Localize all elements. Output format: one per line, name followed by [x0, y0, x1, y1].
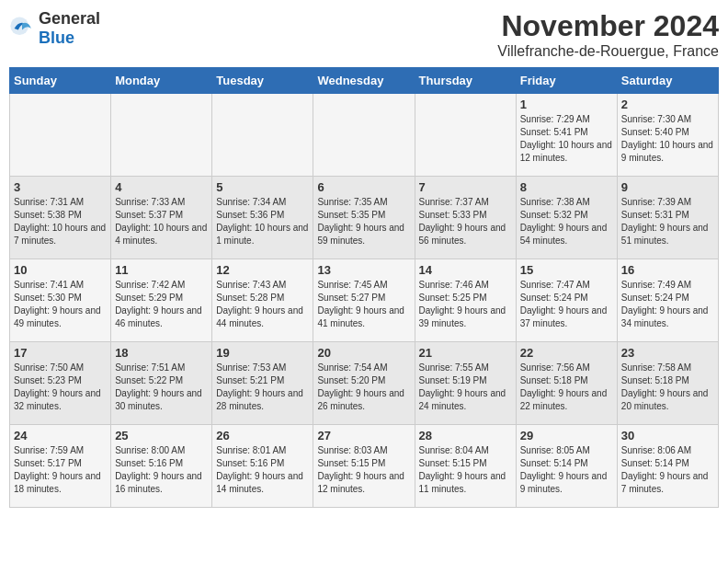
calendar-cell: 13Sunrise: 7:45 AM Sunset: 5:27 PM Dayli… — [313, 259, 415, 342]
day-number: 14 — [419, 263, 512, 277]
logo-blue: Blue — [39, 29, 74, 47]
logo: General Blue — [9, 9, 100, 48]
calendar-cell: 19Sunrise: 7:53 AM Sunset: 5:21 PM Dayli… — [212, 342, 313, 425]
day-number: 10 — [14, 263, 107, 277]
day-info: Sunrise: 7:39 AM Sunset: 5:31 PM Dayligh… — [621, 196, 714, 247]
day-info: Sunrise: 7:55 AM Sunset: 5:19 PM Dayligh… — [419, 362, 512, 413]
calendar-cell: 27Sunrise: 8:03 AM Sunset: 5:15 PM Dayli… — [313, 425, 415, 508]
calendar-cell: 8Sunrise: 7:38 AM Sunset: 5:32 PM Daylig… — [516, 177, 617, 259]
day-number: 8 — [520, 180, 613, 194]
calendar-cell: 21Sunrise: 7:55 AM Sunset: 5:19 PM Dayli… — [415, 342, 516, 425]
header-monday: Monday — [111, 68, 212, 94]
day-number: 22 — [520, 346, 613, 360]
day-number: 3 — [14, 180, 107, 194]
calendar-cell — [415, 94, 516, 177]
day-number: 11 — [115, 263, 208, 277]
day-number: 6 — [317, 180, 410, 194]
day-info: Sunrise: 8:01 AM Sunset: 5:16 PM Dayligh… — [216, 444, 309, 496]
week-row-4: 24Sunrise: 7:59 AM Sunset: 5:17 PM Dayli… — [10, 425, 719, 508]
day-number: 9 — [621, 180, 714, 194]
day-number: 27 — [317, 429, 410, 442]
day-info: Sunrise: 7:43 AM Sunset: 5:28 PM Dayligh… — [216, 279, 309, 330]
day-number: 13 — [317, 263, 410, 277]
day-info: Sunrise: 7:38 AM Sunset: 5:32 PM Dayligh… — [520, 196, 613, 247]
calendar-header-row: SundayMondayTuesdayWednesdayThursdayFrid… — [10, 68, 719, 94]
header-tuesday: Tuesday — [212, 68, 313, 94]
day-number: 2 — [621, 98, 714, 111]
day-info: Sunrise: 7:37 AM Sunset: 5:33 PM Dayligh… — [419, 196, 512, 247]
day-info: Sunrise: 7:33 AM Sunset: 5:37 PM Dayligh… — [115, 196, 208, 247]
day-info: Sunrise: 7:42 AM Sunset: 5:29 PM Dayligh… — [115, 279, 208, 330]
week-row-0: 1Sunrise: 7:29 AM Sunset: 5:41 PM Daylig… — [10, 94, 719, 177]
calendar-cell: 22Sunrise: 7:56 AM Sunset: 5:18 PM Dayli… — [516, 342, 617, 425]
header-sunday: Sunday — [10, 68, 111, 94]
day-info: Sunrise: 7:54 AM Sunset: 5:20 PM Dayligh… — [317, 362, 410, 413]
day-info: Sunrise: 7:34 AM Sunset: 5:36 PM Dayligh… — [216, 196, 309, 247]
main-title: November 2024 — [497, 9, 719, 43]
calendar-cell: 18Sunrise: 7:51 AM Sunset: 5:22 PM Dayli… — [111, 342, 212, 425]
logo-text: General Blue — [39, 9, 100, 48]
day-number: 18 — [115, 346, 208, 360]
calendar-cell: 23Sunrise: 7:58 AM Sunset: 5:18 PM Dayli… — [617, 342, 718, 425]
day-info: Sunrise: 7:29 AM Sunset: 5:41 PM Dayligh… — [520, 113, 613, 165]
title-area: November 2024 Villefranche-de-Rouergue, … — [497, 9, 719, 60]
calendar-cell — [10, 94, 111, 177]
calendar-cell: 10Sunrise: 7:41 AM Sunset: 5:30 PM Dayli… — [10, 259, 111, 342]
day-info: Sunrise: 7:45 AM Sunset: 5:27 PM Dayligh… — [317, 279, 410, 330]
logo-general: General — [39, 9, 100, 28]
header-thursday: Thursday — [415, 68, 516, 94]
day-number: 19 — [216, 346, 309, 360]
calendar-cell: 25Sunrise: 8:00 AM Sunset: 5:16 PM Dayli… — [111, 425, 212, 508]
day-info: Sunrise: 7:49 AM Sunset: 5:24 PM Dayligh… — [621, 279, 714, 330]
day-number: 30 — [621, 429, 714, 442]
day-info: Sunrise: 7:35 AM Sunset: 5:35 PM Dayligh… — [317, 196, 410, 247]
calendar-cell: 17Sunrise: 7:50 AM Sunset: 5:23 PM Dayli… — [10, 342, 111, 425]
calendar-cell: 24Sunrise: 7:59 AM Sunset: 5:17 PM Dayli… — [10, 425, 111, 508]
day-info: Sunrise: 8:05 AM Sunset: 5:14 PM Dayligh… — [520, 444, 613, 496]
header-wednesday: Wednesday — [313, 68, 415, 94]
calendar-cell: 6Sunrise: 7:35 AM Sunset: 5:35 PM Daylig… — [313, 177, 415, 259]
week-row-1: 3Sunrise: 7:31 AM Sunset: 5:38 PM Daylig… — [10, 177, 719, 259]
day-info: Sunrise: 7:50 AM Sunset: 5:23 PM Dayligh… — [14, 362, 107, 413]
day-info: Sunrise: 7:56 AM Sunset: 5:18 PM Dayligh… — [520, 362, 613, 413]
calendar-cell: 16Sunrise: 7:49 AM Sunset: 5:24 PM Dayli… — [617, 259, 718, 342]
day-info: Sunrise: 8:03 AM Sunset: 5:15 PM Dayligh… — [317, 444, 410, 496]
day-number: 7 — [419, 180, 512, 194]
day-number: 12 — [216, 263, 309, 277]
calendar-cell: 14Sunrise: 7:46 AM Sunset: 5:25 PM Dayli… — [415, 259, 516, 342]
calendar-cell: 1Sunrise: 7:29 AM Sunset: 5:41 PM Daylig… — [516, 94, 617, 177]
calendar-cell: 29Sunrise: 8:05 AM Sunset: 5:14 PM Dayli… — [516, 425, 617, 508]
week-row-2: 10Sunrise: 7:41 AM Sunset: 5:30 PM Dayli… — [10, 259, 719, 342]
day-info: Sunrise: 8:00 AM Sunset: 5:16 PM Dayligh… — [115, 444, 208, 496]
day-number: 4 — [115, 180, 208, 194]
calendar-cell: 2Sunrise: 7:30 AM Sunset: 5:40 PM Daylig… — [617, 94, 718, 177]
day-number: 15 — [520, 263, 613, 277]
header-friday: Friday — [516, 68, 617, 94]
calendar-table: SundayMondayTuesdayWednesdayThursdayFrid… — [9, 67, 719, 508]
day-info: Sunrise: 7:31 AM Sunset: 5:38 PM Dayligh… — [14, 196, 107, 247]
calendar-cell: 20Sunrise: 7:54 AM Sunset: 5:20 PM Dayli… — [313, 342, 415, 425]
calendar-cell: 28Sunrise: 8:04 AM Sunset: 5:15 PM Dayli… — [415, 425, 516, 508]
day-info: Sunrise: 7:30 AM Sunset: 5:40 PM Dayligh… — [621, 113, 714, 165]
day-number: 1 — [520, 98, 613, 111]
calendar-cell — [111, 94, 212, 177]
calendar-cell: 5Sunrise: 7:34 AM Sunset: 5:36 PM Daylig… — [212, 177, 313, 259]
day-number: 24 — [14, 429, 107, 442]
day-info: Sunrise: 7:51 AM Sunset: 5:22 PM Dayligh… — [115, 362, 208, 413]
day-info: Sunrise: 8:04 AM Sunset: 5:15 PM Dayligh… — [419, 444, 512, 496]
calendar-cell: 4Sunrise: 7:33 AM Sunset: 5:37 PM Daylig… — [111, 177, 212, 259]
calendar-cell: 12Sunrise: 7:43 AM Sunset: 5:28 PM Dayli… — [212, 259, 313, 342]
calendar-cell: 3Sunrise: 7:31 AM Sunset: 5:38 PM Daylig… — [10, 177, 111, 259]
day-number: 29 — [520, 429, 613, 442]
day-info: Sunrise: 7:41 AM Sunset: 5:30 PM Dayligh… — [14, 279, 107, 330]
day-number: 21 — [419, 346, 512, 360]
day-number: 17 — [14, 346, 107, 360]
calendar-cell: 15Sunrise: 7:47 AM Sunset: 5:24 PM Dayli… — [516, 259, 617, 342]
day-info: Sunrise: 7:59 AM Sunset: 5:17 PM Dayligh… — [14, 444, 107, 496]
calendar-cell: 9Sunrise: 7:39 AM Sunset: 5:31 PM Daylig… — [617, 177, 718, 259]
header-saturday: Saturday — [617, 68, 718, 94]
calendar-cell — [313, 94, 415, 177]
logo-icon — [9, 16, 35, 41]
day-info: Sunrise: 8:06 AM Sunset: 5:14 PM Dayligh… — [621, 444, 714, 496]
day-number: 25 — [115, 429, 208, 442]
